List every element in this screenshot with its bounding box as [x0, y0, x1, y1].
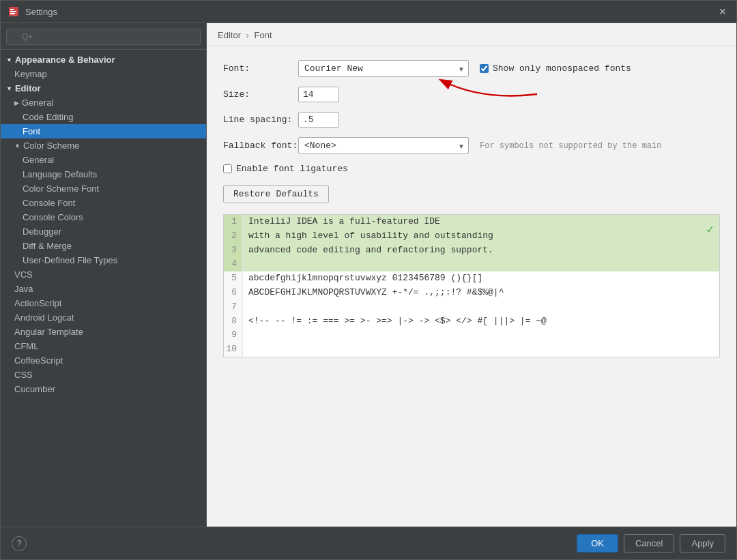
ligatures-checkbox[interactable] [223, 164, 232, 173]
apply-button[interactable]: Apply [680, 534, 725, 552]
settings-content: Font: Courier New ▼ Show only monospaced… [207, 46, 736, 527]
expand-icon: ▶ [14, 100, 19, 106]
font-row: Font: Courier New ▼ Show only monospaced… [223, 60, 720, 77]
font-label: Font: [223, 63, 298, 74]
search-wrapper: 🔍 [6, 29, 201, 45]
sidebar-item-general[interactable]: ▶ General [1, 95, 206, 110]
svg-rect-2 [10, 11, 16, 12]
breadcrumb-part2: Font [255, 30, 272, 40]
line-spacing-input[interactable] [298, 112, 339, 128]
sidebar-item-actionscript[interactable]: ActionScript [1, 296, 206, 310]
line-content-4 [243, 257, 248, 271]
svg-rect-3 [10, 13, 15, 14]
fallback-dropdown-wrapper: <None> ▼ [298, 137, 469, 154]
restore-defaults-button[interactable]: Restore Defaults [223, 185, 329, 203]
sidebar-item-debugger[interactable]: Debugger [1, 224, 206, 239]
bottom-bar: ? OK Cancel Apply [1, 527, 736, 559]
preview-line-3: 3 advanced code editing and refactoring … [224, 244, 719, 258]
sidebar-item-appearance[interactable]: ▼ Appearance & Behavior [1, 53, 206, 67]
preview-line-7: 7 [224, 300, 719, 314]
line-content-5: abcdefghijklmnopqrstuvwxyz 0123456789 ()… [243, 271, 482, 286]
line-number-7: 7 [224, 300, 243, 314]
fallback-font-control: <None> ▼ For symbols not supported by th… [298, 137, 720, 154]
tree-area: ▼ Appearance & Behavior Keymap ▼ Editor … [1, 50, 206, 527]
sidebar-item-color-scheme[interactable]: ▼ Color Scheme [1, 138, 206, 153]
sidebar-item-cfml[interactable]: CFML [1, 339, 206, 353]
preview-line-5: 5 abcdefghijklmnopqrstuvwxyz 0123456789 … [224, 271, 719, 286]
sidebar-item-css[interactable]: CSS [1, 368, 206, 382]
sidebar-item-android-logcat[interactable]: Android Logcat [1, 310, 206, 325]
sidebar-item-cucumber[interactable]: Cucumber [1, 382, 206, 396]
checkmark-icon: ✓ [706, 220, 714, 240]
ok-button[interactable]: OK [577, 534, 618, 552]
expand-icon: ▼ [14, 143, 20, 149]
font-control: Courier New ▼ Show only monospaced fonts [298, 60, 720, 77]
preview-line-10: 10 [224, 342, 719, 357]
monospaced-checkbox-label[interactable]: Show only monospaced fonts [480, 63, 631, 74]
line-content-8: <!-- -- != := === >= >- >=> |-> -> <$> <… [243, 314, 547, 329]
line-number-9: 9 [224, 328, 243, 342]
sidebar-item-keymap[interactable]: Keymap [1, 67, 206, 81]
preview-wrapper: 1 IntelliJ IDEA is a full-featured IDE 2… [223, 214, 720, 357]
monospaced-checkbox[interactable] [480, 64, 489, 73]
preview-line-9: 9 [224, 328, 719, 342]
sidebar-item-user-file-types[interactable]: User-Defined File Types [1, 253, 206, 267]
line-content-3: advanced code editing and refactoring su… [243, 244, 493, 258]
line-number-5: 5 [224, 271, 243, 286]
line-number-1: 1 [224, 215, 243, 229]
preview-line-8: 8 <!-- -- != := === >= >- >=> |-> -> <$>… [224, 314, 719, 329]
cancel-button[interactable]: Cancel [624, 534, 674, 552]
line-number-3: 3 [224, 244, 243, 258]
close-button[interactable]: ✕ [716, 5, 729, 18]
preview-area: 1 IntelliJ IDEA is a full-featured IDE 2… [223, 214, 720, 357]
sidebar-item-lang-defaults[interactable]: Language Defaults [1, 167, 206, 181]
sidebar-item-console-colors[interactable]: Console Colors [1, 210, 206, 224]
line-number-6: 6 [224, 286, 243, 300]
fallback-font-label: Fallback font: [223, 141, 298, 151]
line-number-10: 10 [224, 342, 243, 357]
sidebar-item-font[interactable]: Font [1, 124, 206, 138]
app-icon [8, 5, 20, 18]
settings-window: Settings ✕ 🔍 ▼ Appearance & Behavior Key… [0, 0, 737, 560]
help-button[interactable]: ? [12, 536, 27, 551]
fallback-font-row: Fallback font: <None> ▼ For symbols not … [223, 137, 720, 154]
sidebar-item-console-font[interactable]: Console Font [1, 196, 206, 210]
monospaced-label: Show only monospaced fonts [493, 63, 631, 74]
main-panel: Editor › Font Font: Courier New ▼ [207, 23, 736, 527]
sidebar-item-angular-template[interactable]: Angular Template [1, 325, 206, 339]
sidebar-item-cs-general[interactable]: General [1, 153, 206, 167]
line-number-4: 4 [224, 257, 243, 271]
breadcrumb-sep: › [246, 30, 249, 40]
search-input[interactable] [6, 29, 201, 45]
expand-icon: ▼ [6, 57, 12, 63]
line-number-2: 2 [224, 229, 243, 244]
breadcrumb: Editor › Font [207, 23, 736, 46]
sidebar-item-code-editing[interactable]: Code Editing [1, 110, 206, 124]
size-control [298, 87, 720, 102]
sidebar-item-java[interactable]: Java [1, 282, 206, 296]
sidebar-item-editor[interactable]: ▼ Editor [1, 81, 206, 95]
size-input[interactable] [298, 87, 339, 102]
sidebar-item-vcs[interactable]: VCS [1, 267, 206, 282]
sidebar-item-diff-merge[interactable]: Diff & Merge [1, 239, 206, 253]
size-row: Size: [223, 87, 720, 102]
preview-line-1: 1 IntelliJ IDEA is a full-featured IDE [224, 215, 719, 229]
sidebar: 🔍 ▼ Appearance & Behavior Keymap ▼ Edito… [1, 23, 207, 527]
line-spacing-control [298, 112, 720, 128]
sidebar-item-cs-font[interactable]: Color Scheme Font [1, 181, 206, 196]
title-bar: Settings ✕ [1, 1, 736, 23]
fallback-font-select[interactable]: <None> [298, 137, 469, 154]
line-spacing-label: Line spacing: [223, 115, 298, 125]
breadcrumb-part1: Editor [218, 30, 241, 40]
fallback-hint: For symbols not supported by the main [480, 141, 661, 151]
search-box: 🔍 [1, 23, 206, 50]
line-content-2: with a high level of usability and outst… [243, 229, 493, 244]
content-area: 🔍 ▼ Appearance & Behavior Keymap ▼ Edito… [1, 23, 736, 527]
font-select[interactable]: Courier New [298, 60, 469, 77]
line-content-10 [243, 342, 248, 357]
ligatures-label[interactable]: Enable font ligatures [223, 164, 348, 174]
svg-rect-1 [10, 9, 14, 10]
line-content-9 [243, 328, 248, 342]
sidebar-item-coffeescript[interactable]: CoffeeScript [1, 353, 206, 368]
font-dropdown-wrapper: Courier New ▼ [298, 60, 469, 77]
